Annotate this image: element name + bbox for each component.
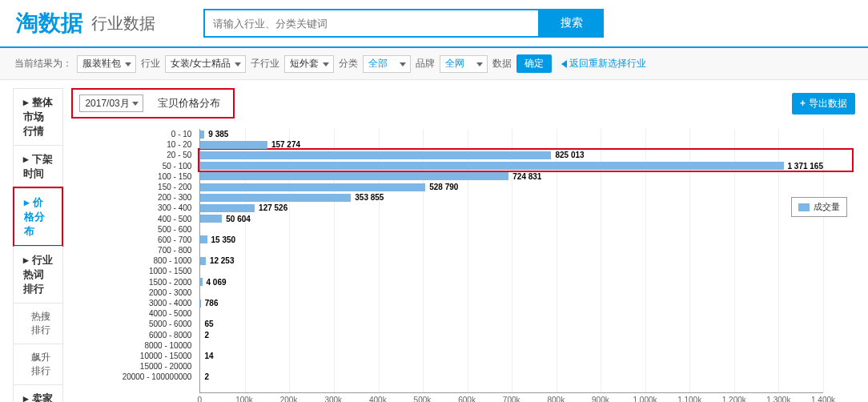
y-axis-labels: 0 - 1010 - 2020 - 5050 - 100100 - 150150… (71, 129, 191, 383)
bar (200, 183, 425, 191)
bar-row: 724 831 (200, 171, 823, 182)
confirm-button[interactable]: 确定 (516, 54, 552, 73)
sidebar-item[interactable]: ▸卖家分析 (14, 384, 62, 402)
x-tick: 400k (369, 396, 387, 402)
bar-row (200, 340, 823, 351)
x-tick: 1,200k (722, 396, 746, 402)
logo: 淘数据 (16, 8, 83, 38)
x-tick: 500k (414, 396, 432, 402)
bar-row: 50 604 (200, 214, 823, 224)
legend-label: 成交量 (814, 201, 840, 213)
x-tick: 1,100k (677, 396, 701, 402)
x-tick: 1,400k (811, 396, 835, 402)
tab-title: 宝贝价格分布 (151, 93, 227, 114)
date-select[interactable]: 2017/03月 (79, 94, 143, 112)
bar-row: 15 350 (200, 235, 823, 245)
x-tick: 600k (458, 396, 476, 402)
bar-value: 528 790 (429, 183, 458, 191)
bar (200, 194, 351, 202)
bar-value: 12 253 (210, 256, 235, 265)
sidebar: ▸整体市场行情▸下架时间▸价格分布▸行业热词排行热搜排行飙升排行▸卖家分析卖家省… (13, 88, 63, 402)
x-tick: 1,000k (633, 396, 657, 402)
bar-row: 65 (200, 319, 823, 329)
bar-row: 786 (200, 298, 823, 308)
chart-legend: 成交量 (791, 197, 847, 217)
bar-value: 1 371 165 (788, 162, 824, 171)
result-label: 当前结果为： (14, 57, 72, 70)
content-area: 2017/03月 宝贝价格分布 +导出数据 0 - 1010 - 2020 - … (71, 88, 855, 402)
sidebar-item[interactable]: 飙升排行 (14, 344, 62, 384)
bar-row: 528 790 (200, 182, 823, 192)
bar-row: 9 385 (200, 129, 823, 139)
category-select[interactable]: 服装鞋包 (77, 55, 136, 73)
industry-select[interactable]: 女装/女士精品 (165, 55, 246, 73)
legend-swatch (798, 203, 810, 211)
brand-select[interactable]: 全网 (440, 55, 488, 73)
search-input[interactable] (203, 9, 540, 38)
bar-value: 353 855 (355, 193, 384, 202)
chevron-down-icon (476, 62, 483, 66)
x-tick: 200k (280, 396, 298, 402)
bar-row (200, 361, 823, 372)
bar (200, 257, 206, 265)
x-tick: 1,300k (766, 396, 790, 402)
x-tick: 0 (198, 396, 203, 402)
bar-row (200, 287, 823, 298)
bar-value: 786 (205, 299, 219, 308)
bar-value: 65 (204, 320, 213, 328)
brand-label: 品牌 (416, 57, 435, 70)
plus-icon: + (800, 98, 806, 109)
x-axis-ticks: 0100k200k300k400k500k600k700k800k900k1,0… (199, 393, 823, 402)
logo-subtitle: 行业数据 (91, 13, 155, 34)
bar-value: 2 (204, 331, 209, 340)
bar-value: 127 526 (259, 203, 287, 212)
data-label: 数据 (492, 57, 512, 70)
sidebar-item[interactable]: ▸价格分布 (14, 188, 62, 245)
bar (200, 235, 207, 243)
bar-row (200, 308, 823, 319)
back-link[interactable]: 返回重新选择行业 (561, 57, 646, 70)
classify-label: 分类 (339, 57, 358, 70)
bar-row: 127 526 (200, 203, 823, 213)
bar-value: 4 069 (207, 278, 227, 287)
x-tick: 900k (592, 396, 609, 402)
chevron-down-icon (323, 62, 329, 66)
chevron-down-icon (132, 102, 139, 106)
bar (200, 204, 255, 212)
x-tick: 300k (324, 396, 342, 402)
sidebar-item[interactable]: ▸整体市场行情 (14, 88, 62, 145)
sidebar-item[interactable]: ▸下架时间 (14, 145, 62, 187)
search-button[interactable]: 搜索 (540, 9, 604, 38)
bar-row: 4 069 (200, 277, 823, 287)
price-distribution-chart: 0 - 1010 - 2020 - 5050 - 100100 - 150150… (71, 125, 855, 402)
bar (200, 151, 551, 159)
bar-row: 2 (200, 372, 823, 382)
bar-row (200, 224, 823, 235)
bar-value: 2 (204, 372, 209, 381)
classify-select[interactable]: 全部 (363, 55, 411, 73)
bar-value: 14 (204, 352, 213, 360)
bar-row (200, 245, 823, 255)
chevron-down-icon (400, 62, 406, 66)
subindustry-label: 子行业 (251, 57, 279, 70)
export-button[interactable]: +导出数据 (792, 93, 855, 115)
sidebar-item[interactable]: 热搜排行 (14, 303, 62, 344)
subindustry-select[interactable]: 短外套 (284, 55, 334, 73)
bar-row: 825 013 (200, 150, 823, 160)
bar (200, 278, 202, 286)
chevron-down-icon (125, 62, 131, 66)
bar-row: 14 (200, 351, 823, 361)
bar (200, 162, 783, 170)
bar-value: 157 274 (271, 140, 300, 149)
bar (200, 215, 222, 223)
bar-row: 12 253 (200, 255, 823, 266)
filter-bar: 当前结果为： 服装鞋包 行业 女装/女士精品 子行业 短外套 分类 全部 品牌 … (0, 48, 868, 80)
bar (200, 172, 508, 180)
chart-bars: 9 385157 274825 0131 371 165724 831528 7… (199, 129, 823, 393)
sidebar-item[interactable]: ▸行业热词排行 (14, 246, 62, 303)
bar-value: 724 831 (512, 172, 541, 181)
x-tick: 700k (503, 396, 520, 402)
bar-value: 825 013 (555, 151, 584, 159)
x-tick: 100k (235, 396, 253, 402)
bar-row (200, 266, 823, 276)
